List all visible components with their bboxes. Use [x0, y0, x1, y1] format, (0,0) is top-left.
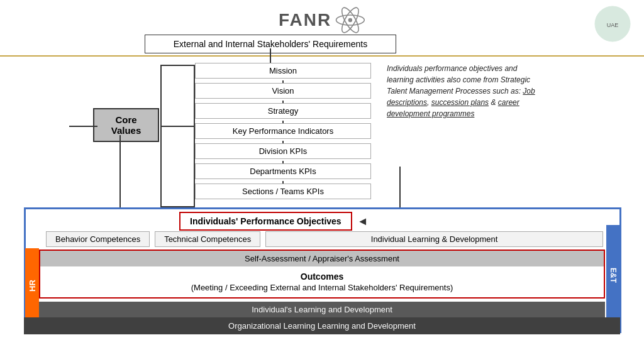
core-values-label: CoreValues	[111, 114, 142, 136]
competences-row: Behavior Competences Technical Competenc…	[41, 231, 603, 247]
svg-point-3	[348, 18, 352, 22]
ipo-row: Individuals' Performance Objectives ◄	[41, 212, 603, 231]
outcomes-box: Outcomes (Meeting / Exceeding External a…	[40, 266, 604, 297]
technical-competences: Technical Competences	[155, 231, 260, 247]
hr-label: HR	[25, 248, 39, 324]
ipo-left-arrow: ◄	[357, 215, 369, 228]
bracket-left-vert	[194, 65, 195, 206]
red-section: Self-Assessment / Appraiser's Assessment…	[39, 250, 605, 299]
ipo-box: Individuals' Performance Objectives	[179, 212, 352, 231]
main-area: FANR UAE External and Internal Stakehold…	[0, 0, 644, 362]
kpi-box-mission: Mission	[195, 63, 371, 79]
fanr-logo: FANR	[279, 5, 365, 35]
et-label: E&T	[606, 225, 620, 326]
kpi-box-kpi: Key Performance Indicators	[195, 123, 371, 139]
behavior-competences: Behavior Competences	[46, 231, 150, 247]
fanr-text: FANR	[279, 10, 331, 30]
org-learning: Organizational Learning Learning and Dev…	[24, 317, 620, 334]
outcomes-subtitle: (Meeting / Exceeding External and Intern…	[191, 283, 453, 292]
outcomes-title: Outcomes	[45, 272, 599, 282]
kpi-box-division: Division KPIs	[195, 143, 371, 159]
kpi-box-depts: Departments KPIs	[195, 163, 371, 179]
atom-icon	[335, 5, 365, 35]
stakeholders-label: External and Internal Stakeholders' Requ…	[174, 39, 368, 49]
kpi-box-sections: Sections / Teams KPIs	[195, 184, 371, 199]
svg-text:UAE: UAE	[607, 22, 619, 28]
ind-learning: Individual's Learning and Development	[39, 302, 605, 317]
cv-h-line	[69, 126, 97, 127]
kpi-hierarchy: Mission Vision Strategy Key Performance …	[195, 63, 371, 201]
self-assessment-bar: Self-Assessment / Appraiser's Assessment	[40, 251, 604, 266]
bracket-top-horiz	[160, 65, 195, 66]
bracket-left-full	[160, 65, 162, 206]
gold-line	[0, 55, 644, 57]
kpi-box-strategy: Strategy	[195, 103, 371, 119]
uae-logo: UAE	[594, 5, 631, 43]
individual-learning-comp: Individual Learning & Development	[265, 231, 603, 247]
italic-text-block: Individuals performance objectives and l…	[387, 63, 538, 119]
kpi-box-vision: Vision	[195, 83, 371, 99]
cv-horiz-connector	[160, 126, 195, 127]
core-values-box: CoreValues	[93, 108, 159, 142]
